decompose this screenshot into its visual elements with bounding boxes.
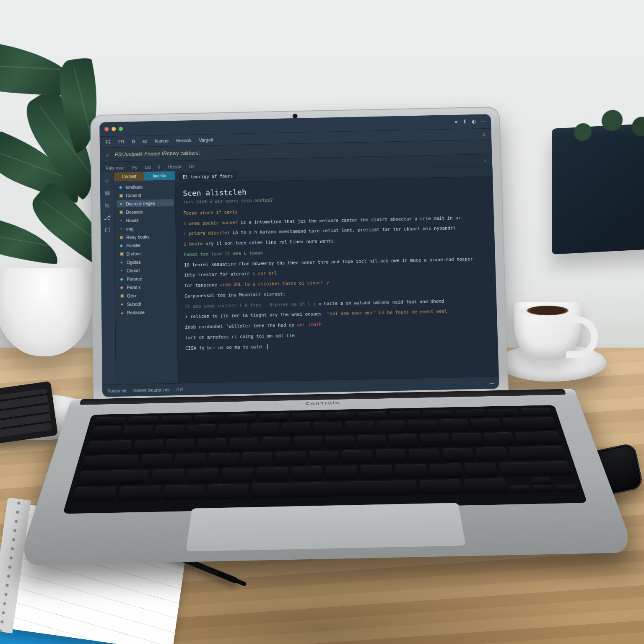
- key[interactable]: [455, 409, 486, 417]
- key[interactable]: [221, 467, 253, 481]
- key[interactable]: [229, 437, 259, 450]
- key[interactable]: [470, 418, 502, 431]
- key[interactable]: [226, 414, 257, 422]
- key[interactable]: [275, 451, 306, 465]
- key[interactable]: [464, 462, 499, 476]
- menu-item-5[interactable]: Becank: [176, 138, 192, 143]
- branch-icon[interactable]: ⎇: [104, 214, 111, 221]
- key[interactable]: [429, 463, 463, 477]
- key[interactable]: [409, 449, 441, 462]
- trackpad[interactable]: [185, 503, 467, 552]
- sidebar-item-3[interactable]: ▣Dosasde: [117, 208, 174, 216]
- sidebar-item-13[interactable]: ▣Oei r: [118, 291, 175, 299]
- key[interactable]: [162, 485, 205, 499]
- sidebar-item-12[interactable]: ◆Paral x: [117, 283, 174, 291]
- key[interactable]: [241, 452, 272, 465]
- key[interactable]: [360, 465, 393, 478]
- subtab-0[interactable]: Faly rose: [106, 165, 125, 171]
- status-item-1[interactable]: Isment loourta t es: [133, 387, 169, 393]
- archive-icon[interactable]: ☐: [104, 227, 110, 234]
- key[interactable]: [72, 486, 117, 501]
- key[interactable]: [442, 448, 475, 461]
- sidebar-chip-1[interactable]: lacetito: [144, 171, 175, 180]
- key[interactable]: [292, 413, 322, 420]
- subtab-5[interactable]: Gr: [189, 164, 194, 169]
- menu-item-3[interactable]: so: [143, 139, 148, 144]
- more-icon[interactable]: ⋯: [481, 118, 486, 124]
- key[interactable]: [423, 410, 454, 418]
- key[interactable]: [117, 486, 161, 500]
- key[interactable]: [154, 425, 184, 437]
- sidebar-item-0[interactable]: ◆tondkare: [117, 182, 174, 191]
- key[interactable]: [325, 412, 355, 420]
- key[interactable]: [160, 415, 191, 423]
- clipboard-icon[interactable]: ⎘: [105, 202, 109, 208]
- key[interactable]: [483, 432, 515, 445]
- menu-item-6[interactable]: Vargett: [199, 137, 213, 143]
- key[interactable]: [127, 416, 158, 424]
- editor-body[interactable]: Scen alistcleh tars nice S-wix covrs snc…: [175, 177, 498, 360]
- menu-item-2[interactable]: B: [132, 139, 135, 144]
- key[interactable]: [249, 423, 279, 436]
- key[interactable]: [90, 426, 122, 439]
- sidebar-item-2[interactable]: ●Dcercuil neges: [117, 199, 174, 208]
- key[interactable]: [463, 478, 507, 493]
- key[interactable]: [475, 447, 509, 460]
- key[interactable]: [342, 450, 373, 463]
- sidebar-item-7[interactable]: ◆Funste:: [117, 241, 174, 249]
- sidebar-item-1[interactable]: ▣Cubond: [117, 191, 174, 199]
- sidebar-item-11[interactable]: ◆Pororce: [117, 274, 174, 283]
- status-item-2[interactable]: # rf: [176, 387, 182, 392]
- key[interactable]: [193, 415, 223, 423]
- subtab-4[interactable]: Hersor: [168, 164, 182, 169]
- key[interactable]: [388, 434, 418, 447]
- key[interactable]: [326, 465, 358, 479]
- book-icon[interactable]: ▤: [104, 189, 109, 196]
- key[interactable]: [520, 408, 552, 415]
- key[interactable]: [259, 413, 289, 421]
- sidebar-chip-0[interactable]: Coritest: [114, 172, 144, 181]
- key[interactable]: [309, 451, 340, 464]
- menu-right-icon[interactable]: ⌂: [483, 132, 486, 137]
- key[interactable]: [293, 436, 322, 449]
- key[interactable]: [357, 411, 388, 419]
- key[interactable]: [81, 455, 139, 469]
- sidebar-item-14[interactable]: ●Subodr: [118, 299, 175, 308]
- key[interactable]: [165, 439, 195, 452]
- search-icon[interactable]: ⌕: [105, 177, 109, 184]
- key[interactable]: [499, 461, 572, 476]
- download-icon[interactable]: ⬇: [462, 119, 467, 125]
- key[interactable]: [291, 466, 323, 480]
- key[interactable]: [86, 440, 132, 454]
- key[interactable]: [420, 434, 451, 447]
- key[interactable]: [150, 469, 184, 483]
- key[interactable]: [261, 437, 291, 450]
- sidebar-item-15[interactable]: ▲Redacke: [118, 308, 175, 316]
- key[interactable]: [207, 484, 249, 499]
- subtab-1[interactable]: Fy: [132, 165, 137, 170]
- search-icon[interactable]: ⌕: [104, 152, 111, 157]
- key[interactable]: [314, 421, 343, 434]
- sidebar-item-10[interactable]: ▪Choort: [117, 266, 174, 274]
- key[interactable]: [325, 436, 354, 449]
- key[interactable]: [376, 420, 406, 433]
- bell-icon[interactable]: ♪: [484, 158, 486, 163]
- key[interactable]: [345, 421, 374, 434]
- key[interactable]: [439, 419, 470, 431]
- subtab-3[interactable]: li: [158, 164, 160, 169]
- user-icon[interactable]: ◐: [472, 119, 476, 125]
- key[interactable]: [186, 424, 216, 437]
- status-item-0[interactable]: Radas ne: [107, 388, 126, 393]
- key[interactable]: [509, 446, 567, 460]
- close-dot[interactable]: [104, 127, 109, 131]
- key[interactable]: [390, 410, 421, 418]
- key[interactable]: [94, 417, 126, 425]
- key[interactable]: [185, 468, 219, 482]
- key[interactable]: [77, 470, 150, 485]
- key[interactable]: [395, 464, 428, 478]
- menu-item-0[interactable]: F1: [106, 140, 111, 145]
- key[interactable]: [174, 453, 206, 467]
- minimize-dot[interactable]: [112, 127, 116, 131]
- key[interactable]: [140, 454, 172, 467]
- key[interactable]: [502, 417, 557, 430]
